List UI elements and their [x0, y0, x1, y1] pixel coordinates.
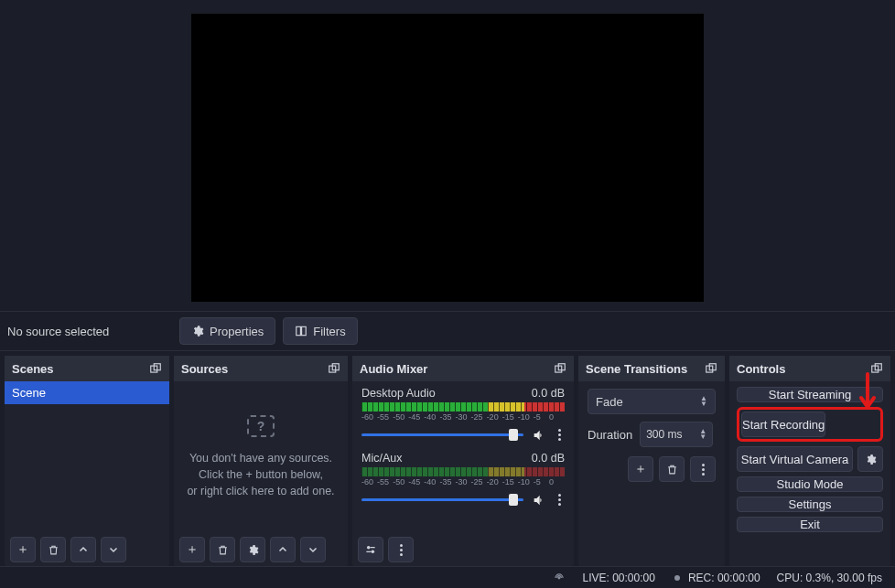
delete-transition-button[interactable]	[659, 456, 685, 482]
spinner-icon: ▲▼	[700, 396, 707, 407]
scenes-footer: ＋	[5, 533, 169, 566]
transitions-body: Fade ▲▼ Duration 300 ms ▲▼ ＋	[578, 381, 725, 489]
svg-point-14	[559, 577, 561, 579]
broadcast-icon	[553, 572, 566, 584]
status-connection	[553, 572, 566, 584]
sources-dock: Sources ? You don't have any sources. Cl…	[174, 356, 348, 566]
transitions-title: Scene Transitions	[586, 362, 687, 376]
sources-empty-line2: Click the + button below,	[199, 466, 323, 483]
transition-menu-button[interactable]	[690, 456, 716, 482]
status-live: LIVE: 00:00:00	[582, 572, 654, 584]
preview-area	[0, 0, 895, 311]
popout-icon[interactable]	[554, 362, 566, 375]
popout-icon[interactable]	[328, 362, 340, 375]
svg-point-15	[674, 575, 680, 581]
status-rec: REC: 00:00:00	[672, 572, 760, 584]
duration-label: Duration	[588, 428, 632, 442]
transition-select[interactable]: Fade ▲▼	[588, 389, 716, 414]
controls-dock: Controls Start Streaming Start Recording…	[729, 356, 890, 566]
annotation-highlight: Start Recording	[737, 407, 883, 442]
add-source-button[interactable]: ＋	[179, 537, 205, 562]
channel-db: 0.0 dB	[532, 452, 565, 465]
mute-button[interactable]	[531, 428, 547, 443]
properties-label: Properties	[210, 325, 264, 338]
scenes-title: Scenes	[12, 362, 54, 376]
move-scene-down-button[interactable]	[101, 537, 126, 562]
scene-item[interactable]: Scene	[5, 381, 169, 404]
add-transition-button[interactable]: ＋	[628, 456, 653, 482]
sources-empty-line1: You don't have any sources.	[189, 450, 332, 466]
channel-name: Mic/Aux	[361, 452, 402, 465]
sources-empty-state: ? You don't have any sources. Click the …	[174, 381, 348, 533]
filters-icon	[295, 325, 307, 337]
help-icon: ?	[247, 415, 275, 437]
sources-header: Sources	[174, 356, 348, 381]
audio-mixer-dock: Audio Mixer Desktop Audio 0.0 dB -60-55-…	[352, 356, 574, 566]
controls-title: Controls	[737, 362, 785, 376]
transition-selected: Fade	[596, 395, 623, 409]
properties-button[interactable]: Properties	[179, 317, 275, 345]
delete-source-button[interactable]	[210, 537, 235, 562]
status-bar: LIVE: 00:00:00 REC: 00:00:00 CPU: 0.3%, …	[0, 566, 895, 588]
sources-footer: ＋	[174, 533, 348, 566]
channel-menu-button[interactable]	[555, 425, 565, 444]
sources-title: Sources	[181, 362, 228, 376]
spinner-icon: ▲▼	[699, 429, 706, 440]
svg-point-8	[367, 546, 371, 550]
mixer-title: Audio Mixer	[360, 362, 427, 376]
sources-list[interactable]: ? You don't have any sources. Click the …	[174, 381, 348, 533]
add-scene-button[interactable]: ＋	[10, 537, 36, 562]
mixer-channel-mic: Mic/Aux 0.0 dB -60-55-50-45-40-35-30-25-…	[352, 446, 574, 511]
settings-button[interactable]: Settings	[737, 497, 883, 512]
duration-input[interactable]: 300 ms ▲▼	[640, 422, 713, 447]
preview-canvas[interactable]	[191, 14, 704, 302]
move-scene-up-button[interactable]	[70, 537, 96, 562]
sources-empty-line3: or right click here to add one.	[187, 483, 334, 499]
vu-scale: -60-55-50-45-40-35-30-25-20-15-10-50	[361, 412, 565, 422]
popout-icon[interactable]	[870, 362, 883, 375]
channel-menu-button[interactable]	[555, 490, 565, 509]
exit-button[interactable]: Exit	[737, 517, 883, 532]
move-source-down-button[interactable]	[300, 537, 326, 562]
studio-mode-button[interactable]: Studio Mode	[737, 476, 883, 492]
transitions-header: Scene Transitions	[578, 356, 725, 381]
duration-value: 300 ms	[646, 428, 682, 441]
filters-button[interactable]: Filters	[283, 317, 357, 345]
scenes-header: Scenes	[5, 356, 169, 381]
mute-button[interactable]	[531, 493, 547, 508]
volume-slider[interactable]	[361, 498, 523, 501]
start-virtual-camera-button[interactable]: Start Virtual Camera	[737, 446, 853, 472]
status-cpu: CPU: 0.3%, 30.00 fps	[777, 572, 882, 584]
svg-rect-0	[297, 326, 301, 335]
dock-row: Scenes Scene ＋ Sources	[0, 351, 895, 566]
gear-icon	[191, 325, 204, 337]
move-source-up-button[interactable]	[270, 537, 296, 562]
controls-header: Controls	[729, 356, 890, 381]
channel-name: Desktop Audio	[361, 387, 436, 400]
advanced-audio-button[interactable]	[358, 537, 383, 562]
source-properties-button[interactable]	[240, 537, 265, 562]
channel-db: 0.0 dB	[532, 387, 565, 400]
popout-icon[interactable]	[705, 362, 717, 375]
delete-scene-button[interactable]	[40, 537, 66, 562]
start-streaming-button[interactable]: Start Streaming	[737, 387, 883, 402]
filters-label: Filters	[313, 325, 345, 338]
context-toolbar: No source selected Properties Filters	[0, 311, 895, 351]
popout-icon[interactable]	[149, 362, 162, 375]
scenes-list[interactable]: Scene	[5, 381, 169, 533]
mixer-menu-button[interactable]	[388, 537, 414, 562]
start-recording-button[interactable]: Start Recording	[741, 412, 825, 437]
scenes-dock: Scenes Scene ＋	[5, 356, 169, 566]
vu-meter	[361, 467, 565, 476]
virtual-camera-settings-button[interactable]	[857, 446, 883, 472]
mixer-header: Audio Mixer	[352, 356, 574, 381]
controls-body: Start Streaming Start Recording Start Vi…	[729, 381, 890, 538]
svg-point-9	[372, 551, 375, 554]
svg-rect-1	[302, 326, 307, 335]
record-icon	[672, 572, 683, 583]
volume-slider[interactable]	[361, 433, 523, 436]
vu-meter	[361, 402, 565, 412]
mixer-footer	[352, 533, 574, 566]
transitions-dock: Scene Transitions Fade ▲▼ Duration 300 m…	[578, 356, 725, 566]
no-source-label: No source selected	[7, 325, 172, 338]
